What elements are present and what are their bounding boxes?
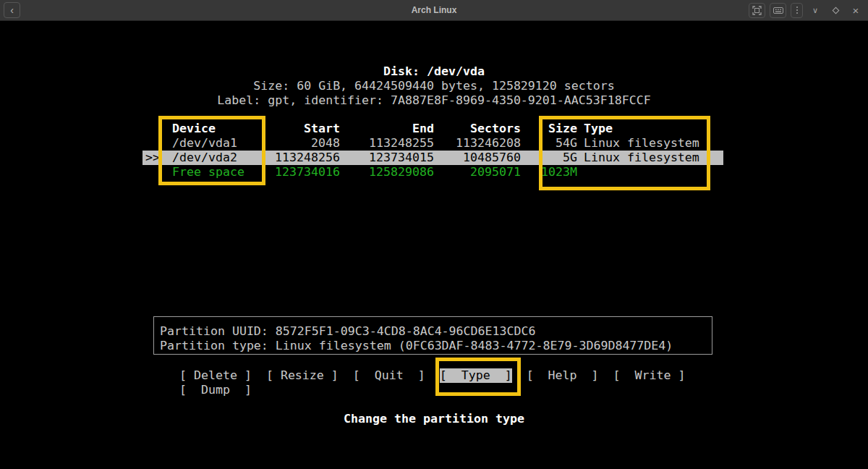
dump-button[interactable]: [ Dump ]	[179, 383, 252, 397]
quit-button[interactable]: [ Quit ]	[353, 368, 425, 383]
cfdisk-menu-row-2: [ Dump ]	[179, 383, 252, 397]
window-menu-button[interactable]	[791, 3, 803, 18]
disk-title: Disk: /dev/vda	[145, 64, 723, 79]
titlebar-controls: ∨ ×	[749, 2, 864, 18]
cell-size: 1023M	[534, 165, 577, 179]
minimize-icon: ∨	[812, 6, 818, 15]
disk-size-line: Size: 60 GiB, 64424509440 bytes, 1258291…	[145, 79, 723, 93]
close-button[interactable]: ×	[848, 3, 864, 18]
cell-sectors: 10485760	[456, 151, 521, 165]
maximize-button[interactable]	[827, 3, 843, 18]
window-title: Arch Linux	[0, 0, 868, 21]
keyboard-button[interactable]	[770, 3, 786, 18]
keyboard-icon	[773, 7, 783, 14]
selection-marker: >>	[145, 151, 164, 165]
cell-start: 2048	[268, 136, 340, 151]
cfdisk-menu-row-1: [ Delete ] [ Resize ] [ Quit ] [ Type ] …	[179, 368, 685, 383]
cell-type: Linux filesystem	[584, 151, 723, 165]
cell-start: 123734016	[268, 165, 340, 179]
header-type: Type	[584, 122, 723, 136]
cell-end: 123734015	[354, 151, 434, 165]
help-button[interactable]: [ Help ]	[527, 368, 599, 383]
cell-end: 125829086	[354, 165, 434, 179]
header-end: End	[354, 122, 434, 136]
cell-size: 54G	[534, 136, 577, 151]
table-row-free-space: Free space 123734016 125829086 2095071 1…	[142, 165, 723, 179]
header-size: Size	[534, 122, 577, 136]
minimize-button[interactable]: ∨	[807, 3, 823, 18]
maximize-icon	[832, 7, 839, 14]
fullscreen-icon	[752, 6, 762, 15]
write-button[interactable]: [ Write ]	[613, 368, 686, 383]
titlebar: ‹ Arch Linux ∨ ×	[0, 0, 868, 21]
cell-size: 5G	[534, 151, 577, 165]
header-start: Start	[268, 122, 340, 136]
table-row-vda1: /dev/vda1 2048 113248255 113246208 54G L…	[142, 136, 723, 151]
cell-type	[584, 165, 723, 179]
partition-uuid-line: Partition UUID: 8572F5F1-09C3-4CD8-8AC4-…	[160, 324, 712, 339]
header-device: Device	[172, 122, 281, 136]
table-row-vda2-selected[interactable]: >> /dev/vda2 113248256 123734015 1048576…	[142, 151, 723, 165]
menu-description: Change the partition type	[145, 412, 723, 426]
vm-terminal-screen[interactable]: Disk: /dev/vda Size: 60 GiB, 64424509440…	[0, 21, 868, 469]
close-icon: ×	[853, 4, 859, 17]
type-button-selected[interactable]: [ Type ]	[440, 368, 512, 383]
cell-start: 113248256	[268, 151, 340, 165]
kebab-menu-icon	[796, 7, 798, 14]
fullscreen-button[interactable]	[749, 3, 765, 18]
cell-end: 113248255	[354, 136, 434, 151]
header-sectors: Sectors	[456, 122, 521, 136]
cell-type: Linux filesystem	[584, 136, 723, 151]
cell-sectors: 113246208	[456, 136, 521, 151]
cell-sectors: 2095071	[456, 165, 521, 179]
cell-device: /dev/vda1	[172, 136, 281, 151]
partition-type-line: Partition type: Linux filesystem (0FC63D…	[160, 339, 712, 353]
partition-table-header: Device Start End Sectors Size Type	[142, 122, 723, 136]
delete-button[interactable]: [ Delete ]	[179, 368, 252, 383]
resize-button[interactable]: [ Resize ]	[266, 368, 339, 383]
disk-label-line: Label: gpt, identifier: 7A887E8F-8969-43…	[145, 93, 723, 108]
partition-info-box: Partition UUID: 8572F5F1-09C3-4CD8-8AC4-…	[153, 316, 712, 355]
cell-device: /dev/vda2	[172, 151, 281, 165]
cell-device: Free space	[172, 165, 281, 179]
